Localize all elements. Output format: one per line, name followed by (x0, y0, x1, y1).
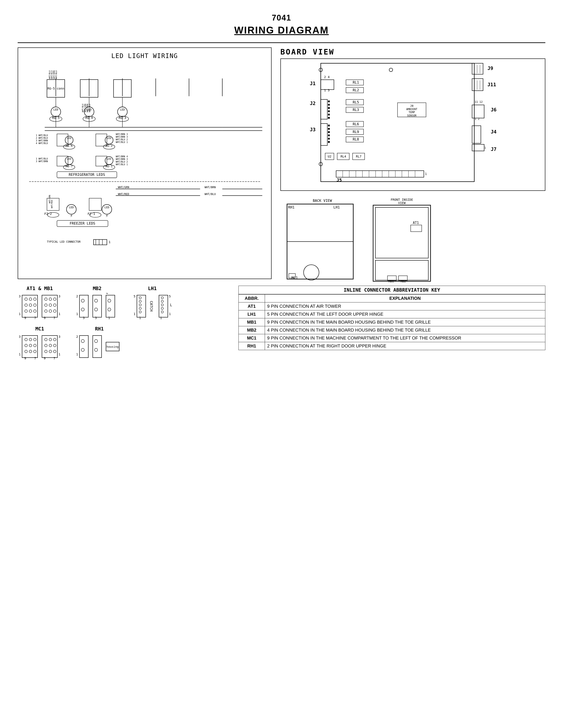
svg-text:3: 3 (58, 335, 60, 338)
svg-point-258 (139, 307, 141, 310)
svg-point-282 (29, 350, 32, 353)
svg-point-290 (45, 344, 47, 347)
svg-text:1: 1 (425, 172, 427, 176)
svg-point-275 (25, 338, 27, 341)
svg-text:WHT/BLU 1: WHT/BLU 1 (116, 163, 128, 166)
svg-text:BACK VIEW: BACK VIEW (313, 199, 332, 203)
svg-point-230 (45, 310, 47, 312)
svg-text:LED: LED (67, 137, 71, 140)
abbr-cell: MB1 (239, 318, 265, 326)
led-wiring-box: LED LIGHT WIRING RG-5 conn WHT/BLU WHT/B… (18, 47, 271, 279)
abbr-cell: RH1 (239, 342, 265, 350)
svg-text:5: 5 (169, 295, 171, 298)
explanation-cell: 9 PIN CONNECTION IN THE MAIN BOARD HOUSI… (265, 318, 545, 326)
svg-point-215 (25, 304, 27, 306)
abbrev-table: ABBR. EXPLANATION AT19 PIN CONNECTION AT… (238, 294, 545, 350)
svg-point-279 (29, 344, 32, 347)
svg-point-225 (49, 298, 52, 300)
svg-point-276 (29, 338, 32, 341)
svg-point-216 (29, 304, 32, 306)
svg-text:LH1: LH1 (334, 205, 340, 209)
explanation-cell: 5 PIN CONNECTION AT THE LEFT DOOR UPPER … (265, 310, 545, 318)
svg-text:3 WHT/BRN: 3 WHT/BRN (36, 160, 48, 163)
connector-rh1-label: RH1 (95, 326, 104, 332)
svg-text:9: 9 (44, 316, 45, 319)
col-explanation: EXPLANATION (265, 295, 545, 302)
top-section: LED LIGHT WIRING RG-5 conn WHT/BLU WHT/B… (18, 47, 545, 279)
svg-text:1: 1 (133, 312, 135, 316)
svg-text:TEMP: TEMP (409, 111, 415, 114)
svg-rect-90 (94, 240, 107, 245)
svg-point-231 (49, 310, 52, 312)
svg-text:⚡: ⚡ (70, 213, 73, 218)
svg-text:WHT/BLU: WHT/BLU (82, 104, 84, 112)
fridge-front-svg: FRONT INSIDE VIEW AT1 MB1 MB2 (369, 197, 435, 286)
svg-rect-189 (328, 141, 330, 143)
svg-text:1: 1 (139, 316, 141, 319)
svg-text:RH1: RH1 (288, 205, 295, 209)
table-row: MB19 PIN CONNECTION IN THE MAIN BOARD HO… (239, 318, 545, 326)
connector-row-2: MC1 3 1 9 7 (18, 326, 229, 360)
svg-text:3: 3 (83, 316, 85, 319)
svg-text:3: 3 (19, 335, 21, 338)
svg-rect-173 (472, 144, 484, 151)
led-wiring-svg: RG-5 conn WHT/BLU WHT/BLU WHT/BRN WHT/BL… (23, 62, 267, 284)
svg-text:1: 1 (108, 316, 110, 319)
svg-text:TYPICAL LED CONNECTOR: TYPICAL LED CONNECTOR (47, 240, 81, 243)
svg-rect-200 (373, 205, 431, 281)
svg-text:RL8: RL8 (353, 137, 359, 142)
abbr-cell: MB2 (239, 326, 265, 334)
table-row: MB24 PIN CONNECTION IN THE MAIN BOARD HO… (239, 326, 545, 334)
svg-rect-117 (321, 99, 328, 119)
svg-text:LED: LED (107, 137, 111, 140)
svg-text:⚡: ⚡ (105, 213, 108, 218)
bottom-section: AT1 & MB1 3 1 (18, 286, 545, 366)
svg-text:WHT/RED: WHT/RED (51, 200, 53, 208)
svg-text:3: 3 (58, 295, 60, 298)
svg-text:WHT/BLU: WHT/BLU (49, 71, 51, 79)
svg-text:RL5: RL5 (353, 100, 359, 104)
svg-point-212 (25, 298, 27, 300)
svg-text:7: 7 (53, 316, 55, 319)
svg-rect-107 (321, 63, 474, 182)
svg-text:3: 3 (19, 295, 21, 298)
table-row: MC19 PIN CONNECTION IN THE MACHINE COMPA… (239, 334, 545, 342)
svg-rect-185 (328, 128, 330, 130)
connector-lh1-label: LH1 (148, 286, 157, 291)
svg-text:1: 1 (169, 312, 171, 316)
svg-text:J9: J9 (488, 66, 493, 71)
svg-point-281 (25, 350, 27, 353)
svg-text:2: 2 (76, 295, 78, 298)
svg-text:LED: LED (104, 206, 109, 209)
connector-at1-mb1-svg: 3 1 9 7 (18, 293, 62, 319)
svg-text:1: 1 (58, 353, 60, 356)
fridge-views: BACK VIEW RH1 LH1 MC1 (280, 197, 545, 281)
abbrev-table-section: INLINE CONNECTOR ABBREVIATION KEY ABBR. … (238, 286, 545, 366)
svg-text:J7: J7 (491, 146, 497, 152)
svg-point-241 (81, 308, 84, 311)
svg-rect-184 (328, 125, 330, 126)
svg-rect-179 (328, 104, 330, 106)
svg-text:3 WHT/BRN: 3 WHT/BRN (36, 139, 48, 142)
svg-text:RL6: RL6 (353, 122, 359, 126)
connector-mc1-svg: 3 1 9 7 (18, 333, 62, 360)
svg-text:1 WHT/BLU: 1 WHT/BLU (36, 158, 48, 160)
svg-point-227 (45, 304, 47, 306)
svg-point-217 (34, 304, 36, 306)
svg-point-265 (161, 304, 163, 306)
connector-at1-mb1: AT1 & MB1 3 1 (18, 286, 62, 319)
svg-text:J4: J4 (491, 129, 497, 135)
connector-mb2: MB2 2 1 3 3 (75, 286, 119, 319)
svg-text:WHT/RED: WHT/RED (118, 193, 129, 196)
fridge-back-view: BACK VIEW RH1 LH1 MC1 (280, 197, 364, 281)
svg-text:AT1: AT1 (413, 221, 419, 225)
svg-point-278 (25, 344, 27, 347)
svg-text:CATCH: CATCH (149, 301, 153, 311)
svg-point-287 (45, 338, 47, 341)
abbr-cell: LH1 (239, 310, 265, 318)
svg-rect-81 (89, 198, 101, 210)
table-row: LH15 PIN CONNECTION AT THE LEFT DOOR UPP… (239, 310, 545, 318)
svg-point-304 (81, 348, 84, 351)
page-title: WIRING DIAGRAM (18, 25, 545, 36)
svg-text:1     2: 1 2 (475, 117, 480, 120)
